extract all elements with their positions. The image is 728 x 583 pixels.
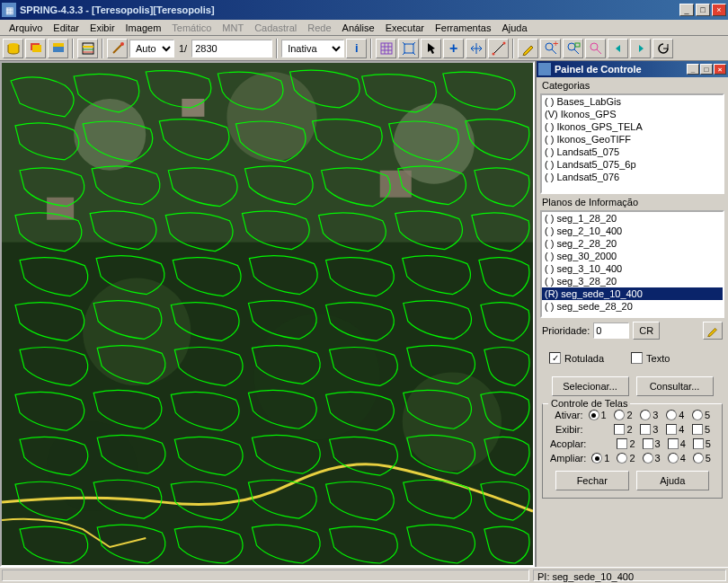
next-view-icon[interactable] (630, 39, 651, 58)
list-item[interactable]: (R) seg_sede_10_400 (542, 287, 723, 300)
panel-maximize-button[interactable]: □ (700, 64, 713, 75)
exibir-check-4[interactable] (666, 424, 677, 435)
zoom-out-icon[interactable] (585, 39, 606, 58)
cursor-icon[interactable] (421, 39, 441, 58)
ativar-label: Ativar: (550, 410, 583, 420)
menu-cadastral[interactable]: Cadastral (249, 22, 302, 34)
svg-point-16 (492, 52, 494, 55)
info-icon[interactable]: i (346, 39, 367, 58)
ajuda-button[interactable]: Ajuda (636, 471, 710, 490)
panel-buttons-row: Fechar Ajuda (546, 465, 718, 494)
zoom-extent-icon[interactable] (398, 39, 419, 58)
separator (102, 39, 103, 58)
svg-text:+: + (553, 41, 558, 49)
pencil-icon[interactable] (518, 39, 538, 58)
list-item[interactable]: ( ) seg_3_10_400 (542, 262, 723, 275)
list-item[interactable]: ( ) Ikonos_GPS_TELA (542, 120, 723, 133)
panel-close-button[interactable]: × (714, 64, 726, 75)
status-select[interactable]: Inativa (281, 40, 344, 57)
menu-editar[interactable]: Editar (48, 22, 84, 34)
exibir-check-3[interactable] (640, 424, 651, 435)
ampliar-radio-5[interactable] (693, 453, 704, 464)
list-item[interactable]: ( ) Landsat5_076 (542, 171, 723, 183)
svg-rect-10 (381, 43, 392, 54)
prioridade-input[interactable] (593, 322, 629, 339)
list-item[interactable]: ( ) Bases_LabGis (542, 95, 723, 108)
list-item[interactable]: (V) Ikonos_GPS (542, 108, 723, 120)
menu-executar[interactable]: Executar (380, 22, 430, 34)
ampliar-radio-2[interactable] (617, 453, 627, 464)
zoom-plus-icon[interactable]: + (540, 39, 561, 58)
measure-icon[interactable] (488, 39, 509, 58)
menu-analise[interactable]: Análise (337, 22, 380, 34)
close-button[interactable]: × (712, 4, 726, 16)
texto-label: Texto (646, 353, 670, 364)
menu-bar: Arquivo Editar Exibir Imagem Temático MN… (0, 20, 728, 36)
menu-rede[interactable]: Rede (302, 22, 336, 34)
ativar-radio-2[interactable] (614, 410, 625, 420)
consultar-button[interactable]: Consultar... (636, 376, 714, 396)
pan-icon[interactable] (466, 39, 486, 58)
list-item[interactable]: ( ) seg_2_28_20 (542, 237, 723, 250)
ampliar-radio-4[interactable] (668, 453, 679, 464)
list-item[interactable]: ( ) Ikonos_GeoTIFF (542, 133, 723, 146)
svg-point-24 (590, 43, 598, 50)
status-left (2, 570, 529, 581)
database-icon[interactable] (3, 39, 23, 58)
list-item[interactable]: ( ) seg_sede_28_20 (542, 300, 723, 313)
list-item[interactable]: ( ) seg_1_28_20 (542, 212, 723, 225)
map-view[interactable] (0, 61, 535, 567)
list-item[interactable]: ( ) Landsat5_075_6p (542, 158, 723, 171)
acoplar-check-5[interactable] (693, 438, 704, 449)
fechar-button[interactable]: Fechar (555, 471, 629, 490)
ativar-radio-1[interactable] (589, 410, 599, 420)
maximize-button[interactable]: □ (696, 4, 710, 16)
minimize-button[interactable]: _ (679, 4, 694, 16)
menu-arquivo[interactable]: Arquivo (4, 22, 48, 34)
zoom-in-icon[interactable]: + (443, 39, 464, 58)
selecionar-button[interactable]: Selecionar... (552, 376, 629, 396)
list-item[interactable]: ( ) Landsat5_075 (542, 146, 723, 158)
cr-button[interactable]: CR (633, 322, 660, 340)
refresh-icon[interactable] (653, 39, 673, 58)
scale-input[interactable] (191, 40, 272, 57)
title-bar: ▦ SPRING-4.3.3 - [Teresopolis][Teresopol… (0, 0, 728, 20)
planos-label: Planos de Informação (537, 194, 728, 210)
zoom-window-icon[interactable] (563, 39, 583, 58)
ampliar-radio-3[interactable] (643, 453, 653, 464)
menu-mnt[interactable]: MNT (217, 22, 249, 34)
prev-view-icon[interactable] (608, 39, 628, 58)
ativar-radio-5[interactable] (692, 410, 703, 420)
acoplar-check-4[interactable] (668, 438, 679, 449)
menu-exibir[interactable]: Exibir (84, 22, 120, 34)
menu-ajuda[interactable]: Ajuda (496, 22, 532, 34)
categorias-listbox[interactable]: ( ) Bases_LabGis(V) Ikonos_GPS( ) Ikonos… (540, 93, 724, 194)
acoplar-check-3[interactable] (643, 438, 653, 449)
draw-icon[interactable] (107, 39, 128, 58)
ativar-radio-4[interactable] (666, 410, 677, 420)
texto-checkbox[interactable]: Texto (631, 352, 670, 364)
list-item[interactable]: ( ) seg_3_28_20 (542, 275, 723, 287)
panel-minimize-button[interactable]: _ (687, 64, 699, 75)
menu-tematico[interactable]: Temático (166, 22, 217, 34)
ampliar-radio-1[interactable] (591, 453, 602, 464)
layers-icon[interactable] (25, 39, 46, 58)
exibir-check-2[interactable] (614, 424, 625, 435)
menu-imagem[interactable]: Imagem (120, 22, 167, 34)
list-item[interactable]: ( ) seg_30_2000 (542, 250, 723, 262)
list-item[interactable]: ( ) seg_2_10_400 (542, 225, 723, 237)
acoplar-check-2[interactable] (617, 438, 627, 449)
app-icon: ▦ (2, 3, 16, 17)
edit-pencil-icon[interactable] (703, 322, 723, 340)
exibir-check-5[interactable] (692, 424, 703, 435)
menu-ferramentas[interactable]: Ferramentas (430, 22, 496, 34)
rotulada-checkbox[interactable]: ✓ Rotulada (549, 352, 604, 364)
scale-mode-select[interactable]: Auto (129, 40, 174, 57)
ativar-radio-3[interactable] (640, 410, 651, 420)
grid-icon[interactable] (376, 39, 396, 58)
panel-icon[interactable] (77, 39, 98, 58)
svg-line-22 (574, 49, 579, 54)
overlay-icon[interactable] (48, 39, 68, 58)
prioridade-label: Prioridade: (542, 325, 590, 336)
planos-listbox[interactable]: ( ) seg_1_28_20( ) seg_2_10_400( ) seg_2… (540, 210, 724, 318)
